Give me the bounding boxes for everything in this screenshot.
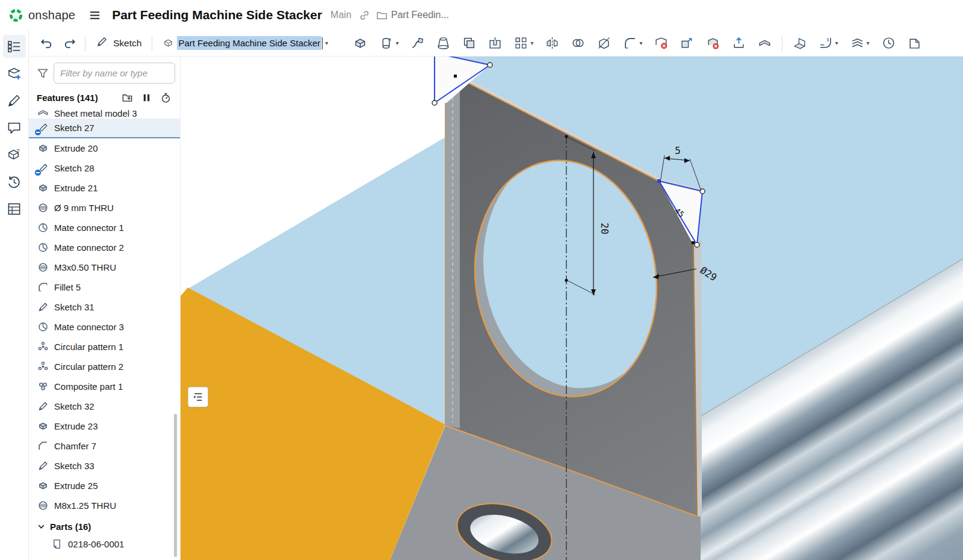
folder-breadcrumb[interactable]: Part Feedin... xyxy=(376,10,449,21)
mass-properties-button[interactable] xyxy=(876,32,902,54)
suspend-button[interactable] xyxy=(141,92,152,103)
logo-text: onshape xyxy=(28,8,75,22)
filter-icon xyxy=(36,67,49,80)
feature-item-mate-connector-2[interactable]: Mate connector 2 xyxy=(29,238,180,257)
split-button[interactable] xyxy=(591,32,617,54)
feature-label: Mate connector 3 xyxy=(54,322,124,332)
chamfer-icon xyxy=(37,440,49,452)
delete-part-button[interactable] xyxy=(700,32,726,54)
sheetmetal-icon xyxy=(37,107,49,118)
mate-icon xyxy=(37,222,49,234)
feature-item-circular-pattern-2[interactable]: Circular pattern 2 xyxy=(29,357,180,377)
create-folder-button[interactable] xyxy=(122,92,133,103)
fillet-button[interactable]: ▾ xyxy=(617,32,648,54)
rollback-icon xyxy=(192,391,204,403)
feature-item-mate-connector-3[interactable]: Mate connector 3 xyxy=(29,317,180,337)
part-help-icon: ? xyxy=(7,147,22,162)
part-help-button[interactable]: ? xyxy=(3,143,26,166)
export-button[interactable] xyxy=(726,32,752,54)
feature-item-sketch-32[interactable]: Sketch 32 xyxy=(29,396,180,416)
element-name-field[interactable]: Part Feeding Machine Side Stacker ▾ xyxy=(159,33,332,54)
move-face-button[interactable] xyxy=(674,32,700,54)
bom-button[interactable] xyxy=(3,197,26,220)
sketch-point[interactable] xyxy=(692,241,695,244)
extrude-button[interactable] xyxy=(347,32,373,54)
mirror-button[interactable] xyxy=(539,32,565,54)
viewport[interactable]: 20 5 45 Ø29 xyxy=(181,57,963,560)
branch-label[interactable]: Main xyxy=(330,10,351,20)
hole-button[interactable] xyxy=(482,32,508,54)
features-header: Features (141) xyxy=(37,93,98,103)
features-header-row: Features (141) xyxy=(29,88,180,107)
appearance-button[interactable] xyxy=(3,89,26,112)
feature-item-m8x1-25-thru[interactable]: M8x1.25 THRU xyxy=(29,496,180,515)
feature-item-circular-pattern-1[interactable]: Circular pattern 1 xyxy=(29,337,180,357)
bend-button[interactable]: ▾ xyxy=(813,32,844,54)
toolbar-separator xyxy=(782,35,782,51)
sketch-vertex[interactable] xyxy=(695,242,699,247)
feature-item-fillet-5[interactable]: Fillet 5 xyxy=(29,277,180,297)
dimension-5-label[interactable]: 5 xyxy=(675,145,681,156)
sketch-point[interactable] xyxy=(454,75,457,78)
sketch-vertex[interactable] xyxy=(488,63,492,67)
feature-item-9-mm-thru[interactable]: Ø 9 mm THRU xyxy=(29,198,180,218)
hole-center-point[interactable] xyxy=(565,278,568,282)
feature-item-extrude-25[interactable]: Extrude 25 xyxy=(29,476,180,496)
history-button[interactable] xyxy=(3,170,26,193)
thicken-button[interactable] xyxy=(456,32,482,54)
feature-item-sheet-metal-model-3[interactable]: Sheet metal model 3 xyxy=(29,107,180,118)
dimension-20-label[interactable]: 20 xyxy=(599,223,610,234)
feature-item-m3x0-50-thru[interactable]: M3x0.50 THRU xyxy=(29,257,180,277)
sketch-vertex[interactable] xyxy=(432,100,437,105)
part-item-0218-06-0001[interactable]: 0218-06-0001 xyxy=(29,534,180,554)
linear-pattern-button[interactable]: ▾ xyxy=(508,32,539,54)
menu-icon[interactable] xyxy=(88,9,101,22)
boolean-button[interactable] xyxy=(565,32,591,54)
sketch-point[interactable] xyxy=(565,135,568,138)
feature-item-extrude-23[interactable]: Extrude 23 xyxy=(29,416,180,436)
3d-viewport-canvas[interactable]: 20 5 45 Ø29 xyxy=(181,57,963,560)
undo-button[interactable] xyxy=(35,32,58,54)
parts-section-header[interactable]: Parts (16) xyxy=(29,515,180,534)
panel-scrollbar[interactable] xyxy=(174,414,177,557)
delete-face-button[interactable] xyxy=(648,32,674,54)
import-button[interactable] xyxy=(902,32,927,54)
insert-button[interactable] xyxy=(3,62,26,85)
feature-label: Sheet metal model 3 xyxy=(54,108,137,118)
rollback-bar-handle[interactable] xyxy=(188,387,208,407)
feature-item-sketch-31[interactable]: Sketch 31 xyxy=(29,297,180,317)
sweep-icon xyxy=(410,36,424,50)
plane-button[interactable] xyxy=(787,32,813,54)
feature-item-sketch-27[interactable]: Sketch 27 xyxy=(29,118,180,138)
comments-button[interactable] xyxy=(3,116,26,139)
feature-item-mate-connector-1[interactable]: Mate connector 1 xyxy=(29,218,180,238)
export-icon xyxy=(732,36,746,50)
delete-face-icon xyxy=(654,36,668,50)
feature-item-sketch-33[interactable]: Sketch 33 xyxy=(29,456,180,476)
redo-button[interactable] xyxy=(58,32,81,54)
frame-button[interactable]: ▾ xyxy=(844,32,876,54)
feature-list-icon xyxy=(7,39,22,54)
onshape-logo[interactable]: onshape xyxy=(8,8,75,23)
loft-button[interactable] xyxy=(430,32,456,54)
app-header: onshape Part Feeding Machine Side Stacke… xyxy=(0,0,963,30)
hole-icon xyxy=(488,36,502,50)
feature-item-extrude-21[interactable]: Extrude 21 xyxy=(29,178,180,198)
revolve-button[interactable]: ▾ xyxy=(373,32,404,54)
feature-list-button[interactable] xyxy=(3,35,26,58)
feature-item-chamfer-7[interactable]: Chamfer 7 xyxy=(29,436,180,456)
frame-icon xyxy=(850,36,864,50)
sketch-button[interactable]: Sketch xyxy=(90,32,147,54)
extrude-icon xyxy=(37,182,49,194)
stopwatch-button[interactable] xyxy=(160,92,172,103)
element-name-text: Part Feeding Machine Side Stacker xyxy=(177,36,321,50)
sweep-button[interactable] xyxy=(404,32,430,54)
chevron-down-icon: ▾ xyxy=(835,40,838,46)
feature-item-extrude-20[interactable]: Extrude 20 xyxy=(29,138,180,158)
feature-item-sketch-28[interactable]: Sketch 28 xyxy=(29,158,180,178)
feature-item-composite-part-1[interactable]: Composite part 1 xyxy=(29,377,180,396)
feature-label: Sketch 28 xyxy=(54,163,94,173)
filter-input[interactable] xyxy=(54,63,175,84)
share-link-icon[interactable] xyxy=(359,10,370,21)
sheet-metal-button[interactable] xyxy=(752,32,778,54)
